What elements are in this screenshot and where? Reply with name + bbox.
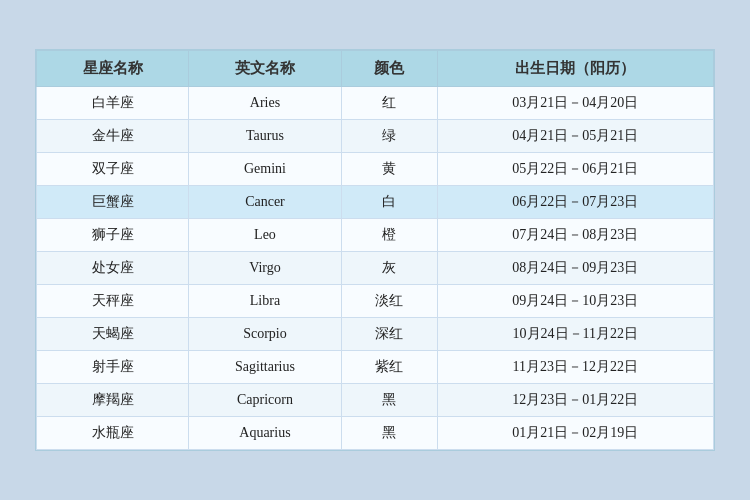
cell-color: 白 (341, 186, 437, 219)
cell-color: 紫红 (341, 351, 437, 384)
cell-english: Taurus (189, 120, 341, 153)
cell-chinese: 摩羯座 (37, 384, 189, 417)
cell-chinese: 金牛座 (37, 120, 189, 153)
header-color: 颜色 (341, 51, 437, 87)
cell-chinese: 白羊座 (37, 87, 189, 120)
cell-chinese: 巨蟹座 (37, 186, 189, 219)
cell-english: Libra (189, 285, 341, 318)
cell-english: Gemini (189, 153, 341, 186)
cell-dates: 03月21日－04月20日 (437, 87, 713, 120)
cell-english: Aries (189, 87, 341, 120)
cell-chinese: 天秤座 (37, 285, 189, 318)
cell-color: 黄 (341, 153, 437, 186)
cell-english: Capricorn (189, 384, 341, 417)
cell-chinese: 双子座 (37, 153, 189, 186)
table-row: 天蝎座Scorpio深红10月24日－11月22日 (37, 318, 714, 351)
table-row: 天秤座Libra淡红09月24日－10月23日 (37, 285, 714, 318)
table-row: 摩羯座Capricorn黑12月23日－01月22日 (37, 384, 714, 417)
cell-dates: 04月21日－05月21日 (437, 120, 713, 153)
cell-english: Leo (189, 219, 341, 252)
table-row: 处女座Virgo灰08月24日－09月23日 (37, 252, 714, 285)
table-row: 射手座Sagittarius紫红11月23日－12月22日 (37, 351, 714, 384)
zodiac-table-container: 星座名称 英文名称 颜色 出生日期（阳历） 白羊座Aries红03月21日－04… (35, 49, 715, 451)
cell-color: 黑 (341, 384, 437, 417)
cell-color: 淡红 (341, 285, 437, 318)
cell-dates: 09月24日－10月23日 (437, 285, 713, 318)
cell-dates: 05月22日－06月21日 (437, 153, 713, 186)
table-row: 白羊座Aries红03月21日－04月20日 (37, 87, 714, 120)
cell-dates: 08月24日－09月23日 (437, 252, 713, 285)
table-row: 金牛座Taurus绿04月21日－05月21日 (37, 120, 714, 153)
header-birthdate: 出生日期（阳历） (437, 51, 713, 87)
table-row: 巨蟹座Cancer白06月22日－07月23日 (37, 186, 714, 219)
cell-english: Scorpio (189, 318, 341, 351)
cell-color: 黑 (341, 417, 437, 450)
table-row: 水瓶座Aquarius黑01月21日－02月19日 (37, 417, 714, 450)
cell-english: Cancer (189, 186, 341, 219)
zodiac-table: 星座名称 英文名称 颜色 出生日期（阳历） 白羊座Aries红03月21日－04… (36, 50, 714, 450)
cell-chinese: 狮子座 (37, 219, 189, 252)
table-row: 双子座Gemini黄05月22日－06月21日 (37, 153, 714, 186)
cell-color: 红 (341, 87, 437, 120)
cell-dates: 06月22日－07月23日 (437, 186, 713, 219)
header-english-name: 英文名称 (189, 51, 341, 87)
cell-chinese: 天蝎座 (37, 318, 189, 351)
table-body: 白羊座Aries红03月21日－04月20日金牛座Taurus绿04月21日－0… (37, 87, 714, 450)
cell-color: 橙 (341, 219, 437, 252)
cell-color: 灰 (341, 252, 437, 285)
cell-color: 深红 (341, 318, 437, 351)
cell-chinese: 水瓶座 (37, 417, 189, 450)
cell-dates: 11月23日－12月22日 (437, 351, 713, 384)
cell-english: Sagittarius (189, 351, 341, 384)
cell-dates: 12月23日－01月22日 (437, 384, 713, 417)
cell-color: 绿 (341, 120, 437, 153)
table-header-row: 星座名称 英文名称 颜色 出生日期（阳历） (37, 51, 714, 87)
cell-dates: 01月21日－02月19日 (437, 417, 713, 450)
cell-english: Virgo (189, 252, 341, 285)
cell-dates: 07月24日－08月23日 (437, 219, 713, 252)
cell-english: Aquarius (189, 417, 341, 450)
header-chinese-name: 星座名称 (37, 51, 189, 87)
cell-dates: 10月24日－11月22日 (437, 318, 713, 351)
table-row: 狮子座Leo橙07月24日－08月23日 (37, 219, 714, 252)
cell-chinese: 处女座 (37, 252, 189, 285)
cell-chinese: 射手座 (37, 351, 189, 384)
